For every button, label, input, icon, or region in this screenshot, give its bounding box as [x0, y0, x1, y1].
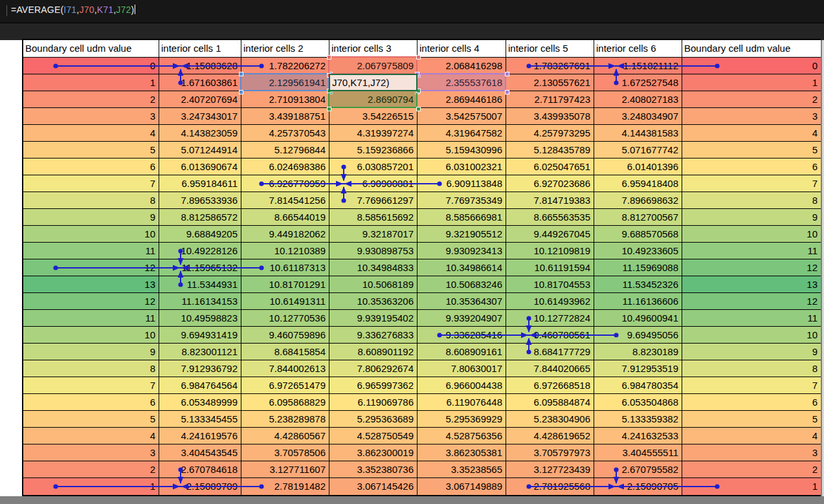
cell-L87[interactable]: 8.684177729 — [506, 344, 594, 360]
cell-J90[interactable]: 6.119069786 — [329, 394, 418, 411]
cell-H85[interactable]: 10.49598823 — [159, 310, 241, 327]
cell-I88[interactable]: 7.844002613 — [241, 360, 329, 377]
cell-J93[interactable]: 3.862300019 — [329, 444, 418, 461]
cell-G72[interactable]: 2 — [23, 91, 159, 108]
cell-K92[interactable]: 4.528756356 — [418, 428, 506, 444]
cell-J89[interactable]: 6.965997362 — [329, 377, 418, 394]
cell-K86[interactable]: 9.336285416 — [418, 327, 506, 344]
cell-M92[interactable]: 4.241632533 — [594, 428, 682, 444]
cell-L74[interactable]: 4.257973295 — [506, 125, 594, 142]
cell-M71[interactable]: 1.672527548 — [594, 74, 682, 91]
cell-K80[interactable]: 9.321905512 — [418, 226, 506, 243]
cell-H69[interactable]: interior cells 1 — [159, 40, 241, 58]
cell-M87[interactable]: 8.8230189 — [594, 344, 682, 360]
cell-I73[interactable]: 3.439188751 — [241, 108, 329, 125]
cell-M85[interactable]: 10.49600941 — [594, 310, 682, 327]
cell-L77[interactable]: 6.927023686 — [506, 175, 594, 192]
cell-N90[interactable]: 6 — [682, 394, 821, 411]
cell-J83[interactable]: 10.5068189 — [329, 276, 418, 293]
cell-G89[interactable]: 7 — [23, 377, 159, 394]
cell-J77[interactable]: 6.90900881 — [329, 175, 418, 192]
ref-handle-J72-2[interactable] — [327, 107, 331, 111]
cell-G90[interactable]: 6 — [23, 394, 159, 411]
cell-J84[interactable]: 10.35363206 — [329, 293, 418, 310]
cell-M90[interactable]: 6.053504868 — [594, 394, 682, 411]
cell-K73[interactable]: 3.542575007 — [418, 108, 506, 125]
cell-G80[interactable]: 10 — [23, 226, 159, 243]
ref-box-I71[interactable] — [240, 73, 329, 91]
cell-M94[interactable]: 2.670795582 — [594, 461, 682, 478]
cell-L69[interactable]: interior cells 5 — [506, 40, 594, 58]
cell-I91[interactable]: 5.238289878 — [241, 411, 329, 428]
cell-J91[interactable]: 5.295363689 — [329, 411, 418, 428]
cell-N84[interactable]: 12 — [682, 293, 821, 310]
cell-N70[interactable]: 0 — [682, 58, 821, 74]
cell-G85[interactable]: 11 — [23, 310, 159, 327]
cell-H91[interactable]: 5.133345455 — [159, 411, 241, 428]
cell-I80[interactable]: 9.449182062 — [241, 226, 329, 243]
cell-N69[interactable]: Boundary cell udm value — [682, 40, 821, 58]
cell-N80[interactable]: 10 — [682, 226, 821, 243]
cell-L70[interactable]: 1.783267691 — [506, 58, 594, 74]
cell-H78[interactable]: 7.896533936 — [159, 192, 241, 209]
cell-J95[interactable]: 3.067145426 — [329, 478, 418, 495]
cell-I93[interactable]: 3.70578506 — [241, 444, 329, 461]
cell-M95[interactable]: 2.15090705 — [594, 478, 682, 495]
cell-N87[interactable]: 9 — [682, 344, 821, 360]
cell-K88[interactable]: 7.80630017 — [418, 360, 506, 377]
cell-I77[interactable]: 6.926770959 — [241, 175, 329, 192]
cell-K81[interactable]: 9.930923413 — [418, 243, 506, 259]
cell-H83[interactable]: 11.5344931 — [159, 276, 241, 293]
cell-H93[interactable]: 3.404543545 — [159, 444, 241, 461]
cell-G79[interactable]: 9 — [23, 209, 159, 226]
cell-N93[interactable]: 3 — [682, 444, 821, 461]
formula-bar[interactable]: =AVERAGE(I71,J70,K71,J72) — [0, 0, 824, 23]
ref-box-K71[interactable] — [416, 73, 506, 91]
cell-K75[interactable]: 5.159430996 — [418, 142, 506, 159]
cell-K69[interactable]: interior cells 4 — [418, 40, 506, 58]
cell-L91[interactable]: 5.238304906 — [506, 411, 594, 428]
cell-N81[interactable]: 11 — [682, 243, 821, 259]
cell-K82[interactable]: 10.34986614 — [418, 259, 506, 276]
cell-I81[interactable]: 10.1210389 — [241, 243, 329, 259]
cell-I90[interactable]: 6.095868829 — [241, 394, 329, 411]
cell-N75[interactable]: 5 — [682, 142, 821, 159]
cell-K77[interactable]: 6.909113848 — [418, 175, 506, 192]
cell-N83[interactable]: 13 — [682, 276, 821, 293]
cell-J87[interactable]: 8.608901192 — [329, 344, 418, 360]
cell-H76[interactable]: 6.013690674 — [159, 159, 241, 175]
cell-N71[interactable]: 1 — [682, 74, 821, 91]
cell-K95[interactable]: 3.067149889 — [418, 478, 506, 495]
cell-I92[interactable]: 4.42860567 — [241, 428, 329, 444]
cell-I75[interactable]: 5.12796844 — [241, 142, 329, 159]
cell-H87[interactable]: 8.823001121 — [159, 344, 241, 360]
cell-N92[interactable]: 4 — [682, 428, 821, 444]
cell-L82[interactable]: 10.61191594 — [506, 259, 594, 276]
cell-K94[interactable]: 3.35238565 — [418, 461, 506, 478]
cell-H89[interactable]: 6.984764564 — [159, 377, 241, 394]
cell-K84[interactable]: 10.35364307 — [418, 293, 506, 310]
cell-M91[interactable]: 5.133359382 — [594, 411, 682, 428]
cell-I84[interactable]: 10.61491311 — [241, 293, 329, 310]
cell-G92[interactable]: 4 — [23, 428, 159, 444]
cell-I74[interactable]: 4.257370543 — [241, 125, 329, 142]
active-cell-editor-J71[interactable]: J70,K71,J72) — [329, 74, 418, 91]
cell-G86[interactable]: 10 — [23, 327, 159, 344]
cell-J92[interactable]: 4.528750549 — [329, 428, 418, 444]
ref-handle-J70-1[interactable] — [416, 55, 421, 60]
cell-L78[interactable]: 7.814719383 — [506, 192, 594, 209]
cell-K87[interactable]: 8.608909161 — [418, 344, 506, 360]
cell-N72[interactable]: 2 — [682, 91, 821, 108]
cell-H70[interactable]: 1.15083628 — [159, 58, 241, 74]
cell-M75[interactable]: 5.071677742 — [594, 142, 682, 159]
cell-M72[interactable]: 2.408027183 — [594, 91, 682, 108]
ref-handle-J72-3[interactable] — [416, 107, 421, 111]
cell-I82[interactable]: 10.61187313 — [241, 259, 329, 276]
cell-L88[interactable]: 7.844020665 — [506, 360, 594, 377]
cell-M80[interactable]: 9.688570568 — [594, 226, 682, 243]
cell-L83[interactable]: 10.81704553 — [506, 276, 594, 293]
cell-L76[interactable]: 6.025047651 — [506, 159, 594, 175]
cell-L94[interactable]: 3.127723439 — [506, 461, 594, 478]
cell-L79[interactable]: 8.665563535 — [506, 209, 594, 226]
cell-J75[interactable]: 5.159236866 — [329, 142, 418, 159]
